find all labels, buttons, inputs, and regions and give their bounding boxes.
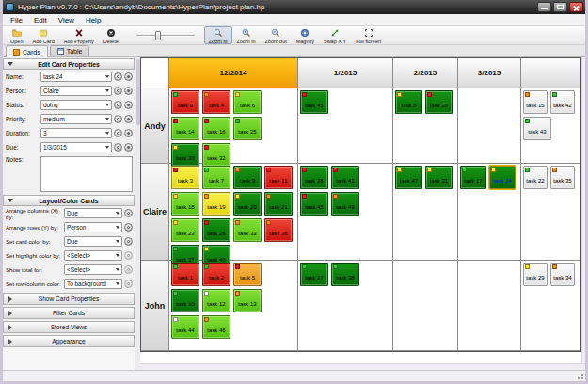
- remove-property-icon[interactable]: [124, 129, 133, 137]
- add-card-button[interactable]: Add Card: [27, 26, 58, 44]
- notes-input[interactable]: [40, 156, 133, 192]
- card-task-7[interactable]: task 7: [202, 166, 230, 189]
- card-task-22[interactable]: task 22: [523, 166, 548, 189]
- column-header-2/2015[interactable]: 2/2015: [393, 58, 458, 88]
- zoom-slider-track[interactable]: [136, 35, 195, 37]
- show-card-properties-button[interactable]: Show Card Properties: [3, 293, 135, 305]
- card-task-28[interactable]: task 28: [300, 166, 328, 189]
- chevron-down-icon[interactable]: [103, 75, 111, 78]
- open-button[interactable]: Open: [6, 26, 27, 44]
- card-task-24[interactable]: task 24: [489, 166, 516, 189]
- card-task-5[interactable]: task 5: [233, 263, 262, 286]
- card-task-6[interactable]: task 6: [233, 90, 262, 114]
- combo-name[interactable]: task 24: [40, 72, 112, 82]
- card-task-27[interactable]: task 27: [300, 263, 328, 286]
- chevron-down-icon[interactable]: [114, 268, 121, 271]
- card-task-20[interactable]: task 20: [233, 192, 262, 216]
- card-task-35[interactable]: task 35: [550, 166, 575, 189]
- combo-priority[interactable]: medium: [40, 114, 112, 124]
- chevron-down-icon[interactable]: [103, 104, 111, 106]
- menu-item-help[interactable]: Help: [80, 16, 106, 24]
- chevron-down-icon[interactable]: [103, 118, 111, 120]
- row-header-john[interactable]: John: [141, 261, 169, 351]
- gear-icon[interactable]: [114, 101, 122, 109]
- gear-icon[interactable]: [124, 237, 133, 246]
- zoom-slider[interactable]: [136, 30, 195, 41]
- zoom-out-button[interactable]: Zoom out: [260, 26, 291, 44]
- row-header-andy[interactable]: Andy: [141, 88, 169, 164]
- card-task-15[interactable]: task 15: [523, 90, 548, 114]
- menu-item-view[interactable]: View: [53, 16, 80, 24]
- vertical-scrollbar[interactable]: [581, 57, 587, 363]
- chevron-down-icon[interactable]: [114, 212, 121, 215]
- gear-icon[interactable]: [124, 251, 133, 260]
- card-task-13[interactable]: task 13: [233, 289, 262, 312]
- combo-layout-3[interactable]: <Select>: [64, 250, 122, 261]
- gear-icon[interactable]: [114, 143, 122, 152]
- chevron-down-icon[interactable]: [103, 89, 111, 92]
- card-task-2[interactable]: task 2: [202, 263, 230, 286]
- add-property-button[interactable]: Add Property: [59, 26, 99, 44]
- combo-status[interactable]: doing: [40, 100, 112, 110]
- section-header-edit-card-properties[interactable]: Edit Card Properties: [3, 58, 135, 70]
- card-task-8[interactable]: task 8: [395, 90, 422, 114]
- zoom-slider-handle[interactable]: [155, 31, 161, 40]
- card-task-21[interactable]: task 21: [264, 192, 293, 216]
- tab-table[interactable]: Table: [50, 45, 90, 56]
- close-button[interactable]: [569, 2, 583, 12]
- card-task-18[interactable]: task 18: [171, 192, 199, 216]
- card-task-39[interactable]: task 39: [425, 90, 453, 114]
- card-task-1[interactable]: task 1: [171, 263, 199, 286]
- card-task-16[interactable]: task 16: [202, 117, 230, 140]
- card-task-43[interactable]: task 43: [523, 117, 551, 140]
- gear-icon[interactable]: [114, 72, 122, 81]
- card-task-44[interactable]: task 44: [171, 315, 199, 339]
- stored-views-button[interactable]: Stored Views: [3, 321, 135, 333]
- column-header-3/2015[interactable]: 3/2015: [458, 58, 521, 88]
- minimize-button[interactable]: [537, 2, 551, 12]
- gear-icon[interactable]: [124, 280, 133, 288]
- combo-layout-0[interactable]: Due: [64, 208, 122, 218]
- delete-button[interactable]: Delete: [99, 26, 123, 44]
- full-screen-button[interactable]: Full screen: [351, 26, 386, 44]
- card-task-49[interactable]: task 49: [331, 192, 359, 216]
- tab-cards[interactable]: Cards: [6, 45, 48, 57]
- remove-property-icon[interactable]: [124, 143, 133, 152]
- card-task-11[interactable]: task 11: [264, 166, 293, 189]
- appearance-button[interactable]: Appearance: [3, 335, 135, 347]
- remove-property-icon[interactable]: [124, 72, 133, 81]
- menu-item-file[interactable]: File: [5, 16, 28, 24]
- card-task-17[interactable]: task 17: [460, 166, 486, 189]
- card-task-10[interactable]: task 10: [171, 289, 199, 312]
- card-task-34[interactable]: task 34: [550, 263, 575, 286]
- chevron-down-icon[interactable]: [114, 282, 121, 285]
- card-task-36[interactable]: task 36: [264, 218, 293, 242]
- card-task-9[interactable]: task 9: [233, 166, 262, 189]
- chevron-down-icon[interactable]: [103, 146, 111, 149]
- card-task-12[interactable]: task 12: [202, 289, 230, 312]
- menu-item-edit[interactable]: Edit: [28, 16, 53, 24]
- title-bar[interactable]: Hyper Plan v0.7.0 : C:\Users\andyb\Docum…: [3, 0, 585, 14]
- combo-layout-1[interactable]: Person: [64, 222, 122, 232]
- resize-grip[interactable]: [576, 372, 584, 380]
- card-task-29[interactable]: task 29: [523, 263, 548, 286]
- card-task-42[interactable]: task 42: [550, 90, 575, 114]
- card-task-0[interactable]: task 0: [171, 90, 199, 114]
- card-task-47[interactable]: task 47: [395, 166, 422, 189]
- remove-property-icon[interactable]: [124, 115, 133, 123]
- combo-due[interactable]: 1/3/2015: [40, 142, 112, 152]
- combo-person[interactable]: Claire: [40, 86, 112, 96]
- combo-layout-5[interactable]: To background: [64, 279, 122, 289]
- card-task-19[interactable]: task 19: [202, 192, 230, 216]
- card-task-4[interactable]: task 4: [202, 90, 230, 114]
- card-task-31[interactable]: task 31: [425, 166, 453, 189]
- card-task-48[interactable]: task 48: [300, 192, 328, 216]
- gear-icon[interactable]: [114, 87, 122, 95]
- gear-icon[interactable]: [114, 129, 122, 137]
- chevron-down-icon[interactable]: [114, 254, 121, 257]
- remove-property-icon[interactable]: [124, 101, 133, 109]
- combo-layout-2[interactable]: Due: [64, 236, 122, 247]
- maximize-button[interactable]: [553, 2, 567, 12]
- column-header-12/2014[interactable]: 12/2014: [169, 58, 298, 88]
- chevron-down-icon[interactable]: [103, 132, 111, 135]
